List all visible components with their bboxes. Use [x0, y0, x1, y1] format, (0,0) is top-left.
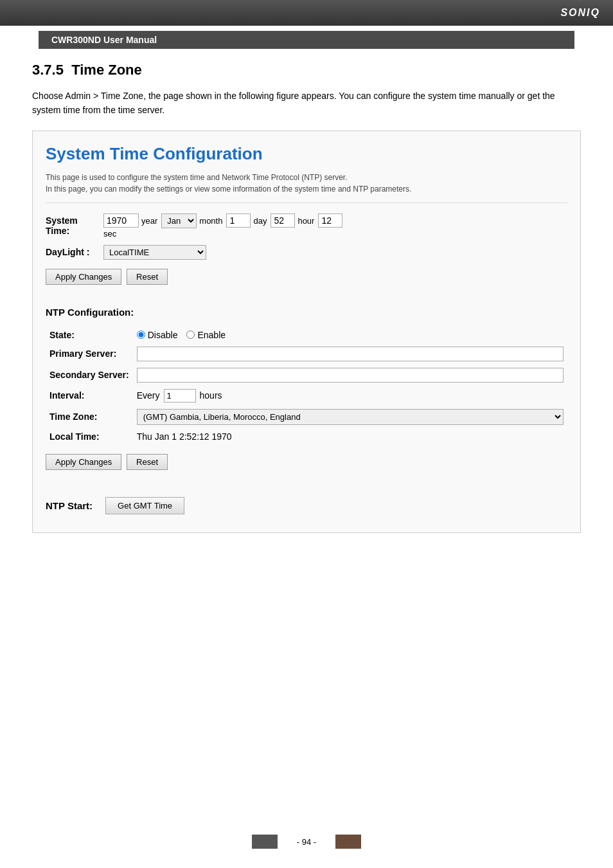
brand-logo: SONIQ: [560, 7, 600, 19]
system-time-label: System Time:: [46, 213, 103, 236]
interval-input[interactable]: [164, 389, 196, 402]
ntp-start-label: NTP Start:: [46, 500, 93, 511]
secondary-server-cell: [133, 365, 567, 386]
button-row-2: Apply Changes Reset: [46, 454, 567, 470]
button-row-1: Apply Changes Reset: [46, 269, 567, 285]
primary-server-input[interactable]: [137, 347, 564, 361]
footer: - 94 -: [0, 835, 613, 849]
config-box-title: System Time Configuration: [46, 144, 567, 164]
local-time-row: Local Time: Thu Jan 1 2:52:12 1970: [46, 428, 567, 445]
secondary-server-input[interactable]: [137, 368, 564, 383]
daylight-row: DayLight : LocalTIME Enable Disable: [46, 245, 567, 260]
config-description: This page is used to configure the syste…: [46, 172, 567, 203]
ntp-start-row: NTP Start: Get GMT Time: [46, 492, 567, 520]
get-gmt-time-button[interactable]: Get GMT Time: [105, 497, 184, 514]
footer-block-right: [335, 835, 361, 849]
local-time-cell: Thu Jan 1 2:52:12 1970: [133, 428, 567, 445]
timezone-cell: (GMT) Gambia, Liberia, Morocco, England …: [133, 406, 567, 428]
manual-title: CWR300ND User Manual: [51, 35, 157, 45]
hour-label: hour: [298, 216, 314, 226]
hour-input[interactable]: [271, 213, 295, 228]
min-input[interactable]: [318, 213, 342, 228]
day-input[interactable]: [226, 213, 251, 228]
interval-prefix: Every: [137, 390, 160, 401]
secondary-server-label: Secondary Server:: [46, 365, 133, 386]
ntp-state-inputs: Disable Enable: [133, 327, 567, 343]
ntp-table: State: Disable Enable: [46, 327, 567, 445]
year-label: year: [141, 216, 157, 226]
local-time-label: Local Time:: [46, 428, 133, 445]
interval-suffix: hours: [200, 390, 222, 401]
ntp-section-title: NTP Configuration:: [46, 307, 567, 318]
intro-paragraph: Choose Admin > Time Zone, the page shown…: [32, 89, 581, 118]
year-input[interactable]: [103, 213, 139, 228]
state-enable-label[interactable]: Enable: [186, 330, 226, 340]
header-bar: SONIQ: [0, 0, 613, 26]
daylight-select[interactable]: LocalTIME Enable Disable: [103, 245, 206, 260]
main-content: 3.7.5 Time Zone Choose Admin > Time Zone…: [0, 49, 613, 572]
primary-server-label: Primary Server:: [46, 343, 133, 365]
timezone-label: Time Zone:: [46, 406, 133, 428]
interval-label: Interval:: [46, 386, 133, 406]
interval-row: Interval: Every hours: [46, 386, 567, 406]
sec-label: sec: [103, 229, 116, 239]
section-heading: 3.7.5 Time Zone: [32, 62, 581, 78]
reset-button-1[interactable]: Reset: [127, 269, 168, 285]
month-label: month: [199, 216, 222, 226]
apply-changes-button-1[interactable]: Apply Changes: [46, 269, 121, 285]
primary-server-cell: [133, 343, 567, 365]
manual-title-bar: CWR300ND User Manual: [39, 31, 574, 49]
local-time-value: Thu Jan 1 2:52:12 1970: [137, 431, 232, 442]
config-box: System Time Configuration This page is u…: [32, 131, 581, 533]
apply-changes-button-2[interactable]: Apply Changes: [46, 454, 121, 470]
month-select[interactable]: JanFebMarApr MayJunJulAug SepOctNovDec: [161, 213, 197, 228]
secondary-server-row: Secondary Server:: [46, 365, 567, 386]
reset-button-2[interactable]: Reset: [127, 454, 168, 470]
system-time-inputs: year JanFebMarApr MayJunJulAug SepOctNov…: [103, 213, 342, 239]
state-disable-label[interactable]: Disable: [137, 330, 178, 340]
interval-cell: Every hours: [133, 386, 567, 406]
timezone-select[interactable]: (GMT) Gambia, Liberia, Morocco, England …: [137, 409, 564, 425]
state-enable-radio[interactable]: [186, 330, 195, 339]
system-time-row: System Time: year JanFebMarApr MayJunJul…: [46, 213, 567, 239]
timezone-row: Time Zone: (GMT) Gambia, Liberia, Morocc…: [46, 406, 567, 428]
ntp-state-label: State:: [46, 327, 133, 343]
day-label: day: [253, 216, 267, 226]
daylight-label: DayLight :: [46, 245, 103, 257]
page-number: - 94 -: [297, 837, 316, 847]
primary-server-row: Primary Server:: [46, 343, 567, 365]
state-disable-radio[interactable]: [137, 330, 145, 339]
ntp-state-row: State: Disable Enable: [46, 327, 567, 343]
footer-block-left: [252, 835, 278, 849]
